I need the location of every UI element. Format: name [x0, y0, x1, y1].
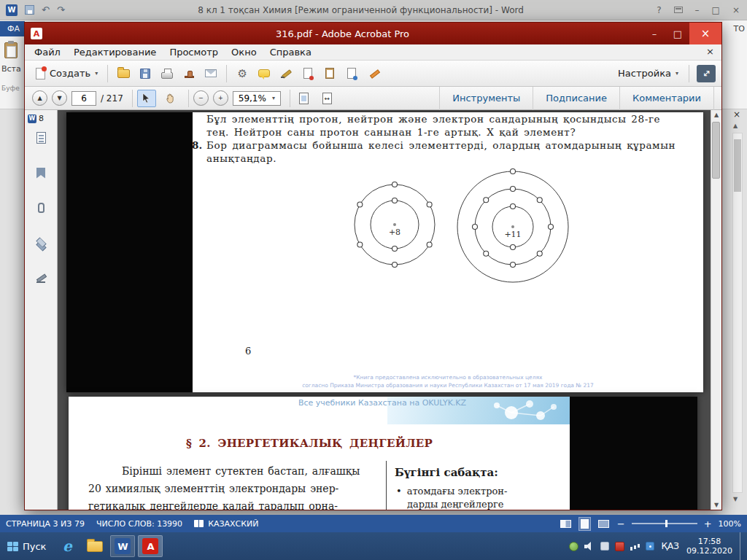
- page-indicator[interactable]: СТРАНИЦА 3 ИЗ 79: [6, 519, 85, 529]
- zoom-slider-thumb[interactable]: [665, 520, 667, 527]
- email-button[interactable]: [200, 63, 222, 83]
- tray-flag-icon[interactable]: [646, 542, 654, 551]
- create-button[interactable]: Создать ▾: [31, 66, 103, 82]
- read-mode-button[interactable]: [559, 518, 573, 529]
- web-layout-button[interactable]: [597, 518, 611, 529]
- word-taskbar-button[interactable]: [110, 535, 135, 557]
- zoom-percent[interactable]: 100%: [719, 519, 741, 529]
- menu-редактирование[interactable]: Редактирование: [67, 47, 163, 58]
- export-button[interactable]: [297, 63, 319, 83]
- zoom-slider[interactable]: [632, 523, 697, 524]
- page-number-input[interactable]: [71, 91, 96, 106]
- folder-icon: [87, 541, 103, 552]
- scrollbar-thumb[interactable]: [712, 122, 720, 179]
- signature-icon: [281, 69, 292, 79]
- signature-button[interactable]: [275, 63, 297, 83]
- word-count[interactable]: ЧИСЛО СЛОВ: 13990: [96, 519, 182, 529]
- scroll-down-icon[interactable]: ▼: [711, 502, 721, 508]
- open-folder-button[interactable]: [112, 63, 134, 83]
- clipboard-button[interactable]: [319, 63, 341, 83]
- comment-button[interactable]: [253, 63, 275, 83]
- word-scroll-down-icon[interactable]: ▼: [733, 496, 738, 502]
- tray-volume-icon[interactable]: [584, 542, 595, 551]
- tray-security-icon[interactable]: [569, 542, 578, 551]
- word-close-icon[interactable]: ×: [732, 6, 740, 15]
- page-display-button[interactable]: [295, 90, 314, 107]
- select-tool-button[interactable]: [137, 90, 156, 107]
- attachments-icon: [38, 203, 44, 213]
- page-thumbnails-button[interactable]: [31, 129, 51, 147]
- menu-просмотр[interactable]: Просмотр: [163, 47, 225, 58]
- stamp-button[interactable]: [178, 63, 200, 83]
- zoom-out-icon[interactable]: −: [617, 518, 625, 529]
- word-scrollbar[interactable]: [732, 133, 743, 493]
- file-explorer-button[interactable]: [82, 535, 107, 557]
- word-scroll-up-icon[interactable]: ▲: [733, 122, 738, 129]
- tray-network-icon[interactable]: [630, 547, 632, 551]
- layers-button[interactable]: [31, 234, 51, 252]
- signatures-button[interactable]: [31, 269, 51, 287]
- word-maximize-icon[interactable]: □: [712, 6, 720, 15]
- tray-antivirus-icon[interactable]: [615, 542, 624, 551]
- word-doc-close-icon[interactable]: ×: [733, 109, 740, 120]
- tab-комментарии[interactable]: Комментарии: [619, 87, 714, 110]
- menu-окно[interactable]: Окно: [225, 47, 263, 58]
- acrobat-close-icon[interactable]: ×: [689, 23, 721, 44]
- print-layout-button[interactable]: [579, 518, 590, 530]
- pdf-page-6: Бұл элементтің протон, нейтрон және элек…: [66, 112, 703, 392]
- print-button[interactable]: [156, 63, 178, 83]
- tab-подписание[interactable]: Подписание: [533, 87, 619, 110]
- paste-icon[interactable]: [4, 42, 18, 58]
- window-size-button[interactable]: ↔: [697, 65, 716, 82]
- undo-icon[interactable]: ↶: [42, 5, 50, 15]
- word-scrollbar-thumb[interactable]: [734, 139, 741, 192]
- language-indicator[interactable]: КАЗАХСКИЙ: [208, 519, 258, 529]
- acrobat-maximize-icon[interactable]: □: [666, 23, 689, 44]
- zoom-out-button[interactable]: −: [193, 90, 209, 106]
- acrobat-scrollbar[interactable]: ▲ ▼: [711, 110, 721, 510]
- scroll-up-icon[interactable]: ▲: [711, 112, 721, 118]
- internet-explorer-button[interactable]: [55, 535, 80, 557]
- settings-button[interactable]: Настройка ▾: [612, 68, 684, 79]
- stamp-icon: [185, 76, 194, 78]
- bohr-diagram-+11: +11: [457, 169, 568, 283]
- input-language-indicator[interactable]: ҚАЗ: [662, 541, 679, 551]
- word-minimize-icon[interactable]: –: [695, 6, 700, 15]
- clock[interactable]: 17:58 09.12.2020: [686, 537, 732, 556]
- acrobat-taskbar-button[interactable]: [138, 535, 163, 557]
- word-file-tab-fragment[interactable]: ФА: [0, 21, 25, 36]
- gear-button[interactable]: [231, 63, 253, 83]
- edit-button[interactable]: [363, 63, 384, 83]
- gear-icon: [237, 66, 247, 80]
- bookmarks-button[interactable]: [31, 164, 51, 182]
- next-page-button[interactable]: ▼: [52, 90, 67, 106]
- start-button[interactable]: Пуск: [0, 532, 53, 560]
- toolbar-separator: [689, 65, 689, 82]
- help-icon[interactable]: ?: [657, 6, 661, 15]
- attachments-button[interactable]: [31, 199, 51, 217]
- send-button[interactable]: [341, 63, 363, 83]
- show-desktop-button[interactable]: [740, 532, 746, 560]
- zoom-level-select[interactable]: 59,1% ▾: [233, 91, 281, 106]
- hand-tool-button[interactable]: [160, 90, 179, 107]
- proofing-icon[interactable]: [194, 520, 204, 527]
- redo-icon[interactable]: ↷: [57, 5, 65, 15]
- pdf-text-line: 20 химиялық элементтің электрондары энер…: [88, 483, 338, 494]
- save-icon[interactable]: [25, 5, 34, 15]
- pdf-page-number: 6: [245, 346, 251, 357]
- menu-справка[interactable]: Справка: [263, 47, 318, 58]
- fit-width-button[interactable]: [318, 90, 337, 107]
- read-mode-icon: [560, 520, 571, 528]
- tab-инструменты[interactable]: Инструменты: [439, 87, 533, 110]
- save-button[interactable]: [134, 63, 156, 83]
- previous-page-button[interactable]: ▲: [32, 90, 47, 106]
- acrobat-minimize-icon[interactable]: –: [643, 23, 666, 44]
- zoom-in-icon[interactable]: +: [704, 518, 712, 529]
- zoom-in-button[interactable]: +: [213, 90, 228, 106]
- tray-device-icon[interactable]: [600, 542, 609, 551]
- menubar-close-icon[interactable]: ×: [706, 46, 714, 57]
- word-app-icon: [6, 4, 18, 16]
- ribbon-display-options-icon[interactable]: [674, 7, 683, 13]
- menu-файл[interactable]: Файл: [28, 47, 67, 58]
- page-thumbnails-icon: [36, 132, 46, 144]
